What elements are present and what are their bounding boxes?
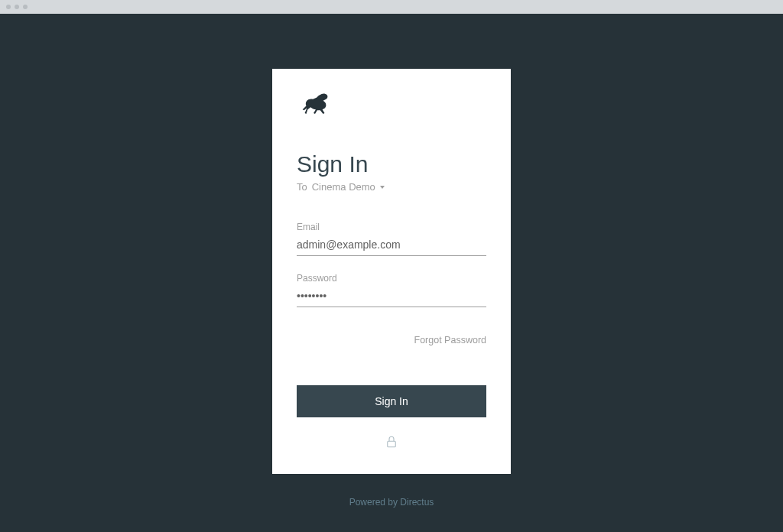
signin-button[interactable]: Sign In xyxy=(297,385,486,417)
email-label: Email xyxy=(297,222,486,232)
footer-text: Powered by Directus xyxy=(349,497,434,508)
window-maximize-button[interactable] xyxy=(23,5,28,9)
forgot-password-link[interactable]: Forgot Password xyxy=(297,335,486,345)
main-background: Sign In To Cinema Demo Email Password Fo… xyxy=(0,14,783,532)
password-label: Password xyxy=(297,273,486,284)
rabbit-icon xyxy=(297,90,333,118)
login-card: Sign In To Cinema Demo Email Password Fo… xyxy=(272,69,511,474)
logo xyxy=(297,90,486,121)
window-close-button[interactable] xyxy=(6,5,11,9)
subtitle-prefix: To xyxy=(297,181,307,193)
sso-row xyxy=(297,431,486,456)
window-minimize-button[interactable] xyxy=(15,5,19,9)
page-title: Sign In xyxy=(297,151,486,177)
project-selector[interactable]: To Cinema Demo xyxy=(297,181,486,193)
lock-icon[interactable] xyxy=(385,434,398,453)
svg-rect-0 xyxy=(388,441,396,447)
email-input[interactable] xyxy=(297,235,486,256)
password-input[interactable] xyxy=(297,287,486,307)
project-name: Cinema Demo xyxy=(312,181,375,193)
chevron-down-icon xyxy=(380,186,385,189)
email-field-group: Email xyxy=(297,222,486,256)
password-field-group: Password xyxy=(297,273,486,307)
window-titlebar xyxy=(0,0,783,14)
